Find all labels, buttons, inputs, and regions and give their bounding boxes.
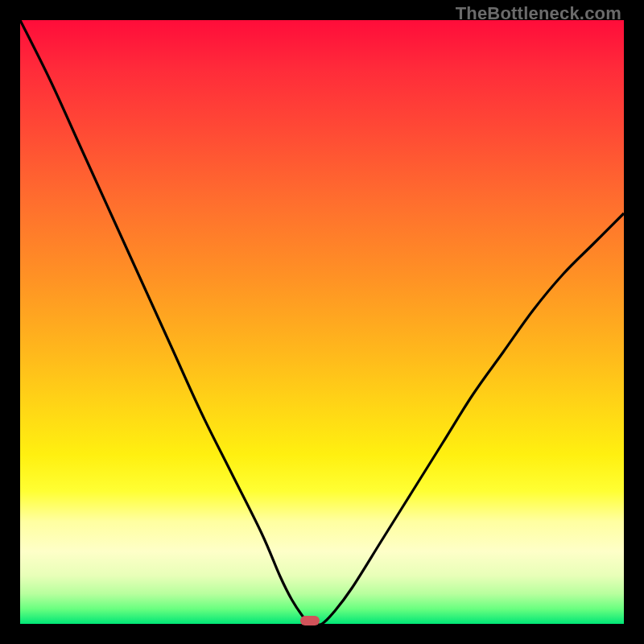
chart-container: TheBottleneck.com xyxy=(0,0,644,644)
curve-path xyxy=(20,20,624,625)
watermark-text: TheBottleneck.com xyxy=(456,3,621,24)
bottleneck-curve xyxy=(20,20,624,624)
optimal-marker xyxy=(300,616,320,625)
